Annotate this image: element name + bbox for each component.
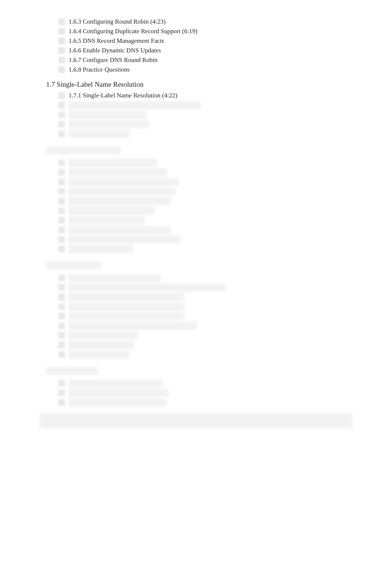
outline-item-label: 1.8.2 Configuring DNS Logging (3:55) <box>69 168 167 176</box>
doc-icon <box>58 111 65 118</box>
outline-item: 1.9.7 DNS Protection Facts <box>58 331 392 339</box>
outline-item: 1.9.9 Practice Questions <box>58 351 392 359</box>
video-icon <box>58 28 65 35</box>
video-icon <box>58 102 65 108</box>
doc-icon <box>58 332 65 339</box>
doc-icon <box>58 38 65 44</box>
outline-item-label: 1.9.2 Configuring DNS Security Extension… <box>69 283 226 292</box>
video-icon <box>58 284 65 291</box>
outline-item-label: 1.9.1 DNS Protection Settings (4:03) <box>69 274 161 282</box>
outline-item: 1.9.5 Enabling Response Rate Limiting (4… <box>58 312 392 320</box>
outline-item-label: 1.6.6 Enable Dynamic DNS Updates <box>69 46 161 55</box>
outline-item-label: 1.8.5 Configuring Global Settings (3:24) <box>69 197 171 205</box>
doc-icon <box>58 207 65 214</box>
outline-item-label: 1.9.3 Configuring DNS Socket Pooling (3:… <box>69 293 184 301</box>
quiz-icon <box>58 246 65 252</box>
outline-item: 1.8.7 Configure DNS Logging <box>58 216 392 224</box>
video-icon <box>58 390 65 396</box>
outline-item-label: 1.6.3 Configuring Round Robin (4:23) <box>69 18 166 26</box>
outline-item-label: 1.8.3 Configuring Recursion Settings (4:… <box>69 178 179 186</box>
outline-item: 1.8.3 Configuring Recursion Settings (4:… <box>58 178 392 186</box>
outline-item-label: 1.7.3 Single-Label Name Facts <box>69 111 147 119</box>
section-title: 1.10 DNS Policies <box>46 367 98 375</box>
outline-item: 1.10.1 DNS Policies Overview (4:45) <box>58 379 392 387</box>
outline-item: 1.8.1 DNS Server Properties (5:36) <box>58 159 392 167</box>
outline-item: 1.8.4 Configuring Zone Scavenging (4:52) <box>58 187 392 196</box>
outline-item-label: 1.10.3 Configuring Zone Scopes (4:24) <box>69 399 167 407</box>
outline-item: 1.9.1 DNS Protection Settings (4:03) <box>58 274 392 282</box>
page: 1.6.3 Configuring Round Robin (4:23)1.6.… <box>0 0 392 458</box>
lab-icon <box>58 121 65 128</box>
video-icon <box>58 294 65 300</box>
outline-item-label: 1.8.4 Configuring Zone Scavenging (4:52) <box>69 187 176 196</box>
video-icon <box>58 18 65 25</box>
outline-item[interactable]: 1.6.7 Configure DNS Round Robin <box>58 56 392 64</box>
outline-item-label: 1.8.1 DNS Server Properties (5:36) <box>69 159 157 167</box>
outline-item-label: 1.10.2 Configuring DNS Policies (7:38) <box>69 389 169 397</box>
outline-item[interactable]: 1.6.5 DNS Record Management Facts <box>58 37 392 45</box>
lab-icon <box>58 227 65 233</box>
video-icon <box>58 169 65 176</box>
outline-item: 1.7.4 Configure Search Suffixes <box>58 120 392 128</box>
outline-item-label: 1.9.9 Practice Questions <box>69 351 130 359</box>
outline-item: 1.9.3 Configuring DNS Socket Pooling (3:… <box>58 293 392 301</box>
outline-item-label: 1.7.2 Configuring the DNS Suffix Search … <box>69 101 201 109</box>
outline-item: 1.7.2 Configuring the DNS Suffix Search … <box>58 101 392 109</box>
outline-item-label: 1.7.1 Single-Label Name Resolution (4:22… <box>69 92 178 100</box>
outline-item-label: 1.6.7 Configure DNS Round Robin <box>69 56 158 64</box>
outline-item-label: 1.10.1 DNS Policies Overview (4:45) <box>69 379 163 387</box>
outline-item-label: 1.9.7 DNS Protection Facts <box>69 331 138 339</box>
outline-item: 1.8.6 DNS Server Properties Facts <box>58 207 392 215</box>
outline-item: 1.7.3 Single-Label Name Facts <box>58 111 392 119</box>
outline-item-label: 1.8.7 Configure DNS Logging <box>69 216 145 224</box>
outline-item: 1.8.9 Configure DNS Aging and Scavenging <box>58 235 392 244</box>
outline-item[interactable]: 1.7.1 Single-Label Name Resolution (4:22… <box>58 92 392 100</box>
outline-item-label: 1.8.10 Practice Questions <box>69 245 133 253</box>
outline-item-label: 1.6.8 Practice Questions <box>69 66 130 74</box>
outline-item: 1.9.2 Configuring DNS Security Extension… <box>58 283 392 292</box>
outline-item-label: 1.6.4 Configuring Duplicate Record Suppo… <box>69 27 197 35</box>
outline-item-label: 1.7.4 Configure Search Suffixes <box>69 120 149 128</box>
outline-item: 1.9.6 Configuring Delegated Administrati… <box>58 322 392 330</box>
video-icon <box>58 303 65 310</box>
lab-icon <box>58 57 65 63</box>
outline-item-label: 1.6.5 DNS Record Management Facts <box>69 37 164 45</box>
outline-item: 1.8.10 Practice Questions <box>58 245 392 253</box>
video-icon <box>58 313 65 320</box>
quiz-icon <box>58 131 65 137</box>
outline-item-label: 1.8.9 Configure DNS Aging and Scavenging <box>69 235 181 244</box>
lab-icon <box>58 47 65 54</box>
outline-item-label: 1.9.8 Configure DNSSEC <box>69 341 134 349</box>
outline-item[interactable]: 1.6.8 Practice Questions <box>58 66 392 74</box>
outline-item: 1.10.2 Configuring DNS Policies (7:38) <box>58 389 392 397</box>
video-icon <box>58 380 65 387</box>
outline-item-label: 1.9.4 Configuring DNS Cache Locking (3:1… <box>69 303 184 311</box>
outline-item[interactable]: 1.6.6 Enable Dynamic DNS Updates <box>58 46 392 55</box>
section-title: 1.7 Single-Label Name Resolution <box>46 80 392 89</box>
video-icon <box>58 92 65 99</box>
outline-item: 1.10.3 Configuring Zone Scopes (4:24) <box>58 399 392 407</box>
lab-icon <box>58 217 65 224</box>
outline-item-label: 1.8.6 DNS Server Properties Facts <box>69 207 155 215</box>
video-icon <box>58 399 65 406</box>
outline-item: 1.9.4 Configuring DNS Cache Locking (3:1… <box>58 303 392 311</box>
quiz-icon <box>58 351 65 358</box>
outline-item: 1.8.5 Configuring Global Settings (3:24) <box>58 197 392 205</box>
footer-text: TestOut LabSim — course outline content … <box>39 413 353 428</box>
video-icon <box>58 179 65 185</box>
outline-item: 1.8.2 Configuring DNS Logging (3:55) <box>58 168 392 176</box>
video-icon <box>58 198 65 204</box>
outline-item-label: 1.9.6 Configuring Delegated Administrati… <box>69 322 197 330</box>
section-title: 1.8 DNS Server Properties <box>46 146 121 154</box>
outline-item-label: 1.7.5 Practice Questions <box>69 130 130 138</box>
outline-item[interactable]: 1.6.4 Configuring Duplicate Record Suppo… <box>58 27 392 35</box>
video-icon <box>58 275 65 281</box>
lab-icon <box>58 236 65 243</box>
outline-item[interactable]: 1.6.3 Configuring Round Robin (4:23) <box>58 18 392 26</box>
video-icon <box>58 159 65 166</box>
outline-item: 1.7.5 Practice Questions <box>58 130 392 138</box>
outline-item: 1.8.8 Configure DNS Advanced Settings <box>58 226 392 234</box>
lab-icon <box>58 342 65 348</box>
video-icon <box>58 188 65 195</box>
outline-item-label: 1.8.8 Configure DNS Advanced Settings <box>69 226 171 234</box>
